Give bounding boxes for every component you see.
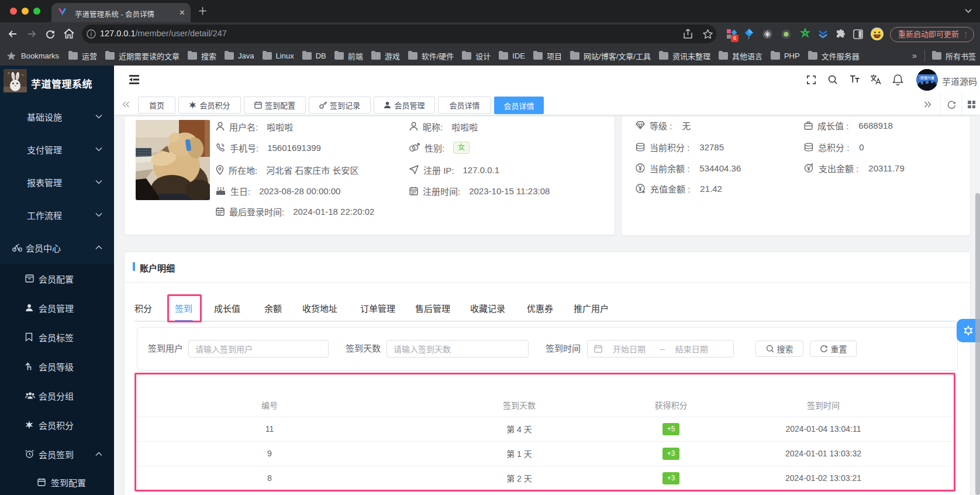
svg-text:文也一言: 文也一言 xyxy=(920,75,934,80)
